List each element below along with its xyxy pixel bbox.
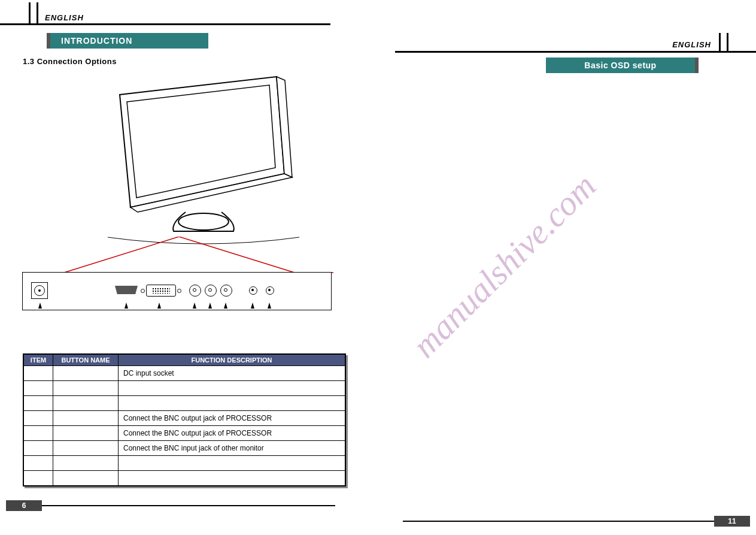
connection-table: ITEM BUTTON NAME FUNCTION DESCRIPTION DC… — [23, 353, 346, 486]
language-label-left: ENGLISH — [45, 13, 84, 22]
header-notch-right — [719, 33, 728, 51]
svg-line-5 — [64, 237, 179, 273]
language-label-right: ENGLISH — [672, 40, 711, 49]
bnc-port-icon — [220, 285, 232, 297]
svg-point-4 — [178, 213, 229, 230]
table-row: Connect the BNC output jack of PROCESSOR — [23, 411, 345, 426]
header-rule-left — [0, 23, 330, 25]
table-row — [23, 381, 345, 396]
arrow-icon — [157, 303, 161, 309]
hdmi-port-icon — [115, 286, 138, 294]
arrow-icon — [125, 303, 128, 309]
table-row: DC input socket — [23, 366, 345, 381]
introduction-tab: INTRODUCTION — [47, 33, 208, 49]
basic-osd-setup-tab: Basic OSD setup — [546, 58, 699, 73]
arrow-icon — [224, 303, 227, 309]
table-row — [23, 396, 345, 411]
arrow-icon — [268, 303, 271, 309]
arrow-icon — [208, 303, 212, 309]
arrow-icon — [251, 303, 254, 309]
table-header-button-name: BUTTON NAME — [53, 354, 119, 366]
arrow-icon — [193, 303, 196, 309]
audio-port-icon — [249, 286, 257, 295]
dc-jack-icon — [31, 282, 48, 299]
table-row: Connect the BNC output jack of PROCESSOR — [23, 426, 345, 441]
section-title: 1.3 Connection Options — [23, 57, 117, 66]
watermark: manualshive.com — [405, 166, 604, 365]
page-number-right: 11 — [714, 516, 750, 527]
bnc-port-icon — [189, 285, 201, 297]
table-row — [23, 471, 345, 486]
audio-port-icon — [266, 286, 274, 295]
arrow-icon — [38, 303, 42, 309]
page-number-left: 6 — [6, 500, 42, 511]
table-header-function: FUNCTION DESCRIPTION — [119, 354, 346, 366]
vga-port-icon — [146, 285, 176, 297]
connector-panel — [22, 272, 332, 310]
table-header-item: ITEM — [23, 354, 53, 366]
callout-lines — [22, 237, 333, 274]
bnc-port-icon — [205, 285, 217, 297]
table-row: Connect the BNC input jack of other moni… — [23, 441, 345, 456]
table-row — [23, 456, 345, 471]
monitor-illustration — [84, 71, 299, 244]
header-rule-right — [395, 51, 756, 53]
svg-line-6 — [179, 237, 294, 273]
header-notch-left — [29, 2, 38, 23]
